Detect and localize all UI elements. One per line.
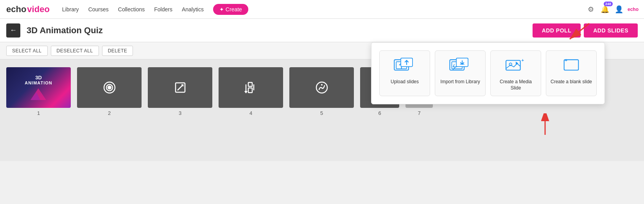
create-blank-option[interactable]: + Create a blank slide xyxy=(546,50,597,96)
slide-thumbnail-5[interactable] xyxy=(289,67,354,108)
deselect-all-button[interactable]: DESELECT ALL xyxy=(51,46,99,56)
slide-number-2: 2 xyxy=(108,110,111,116)
create-button[interactable]: ✦ Create xyxy=(213,4,248,15)
svg-point-12 xyxy=(321,84,323,86)
red-arrow-bottom xyxy=(539,113,551,137)
slide-item: 3D ANIMATION 1 xyxy=(6,67,71,116)
upload-slides-label: Upload slides xyxy=(391,79,419,85)
slide-thumbnail-2[interactable] xyxy=(77,67,142,108)
slide-number-1: 1 xyxy=(37,110,40,116)
slide-number-4: 4 xyxy=(249,110,252,116)
logo: echovideo xyxy=(6,4,50,14)
create-media-icon: + xyxy=(502,55,530,75)
slide-number-5: 5 xyxy=(320,110,323,116)
create-media-label: Create a Media Slide xyxy=(494,79,538,91)
nav-folders[interactable]: Folders xyxy=(154,6,172,13)
slide-item: 2 xyxy=(77,67,142,116)
svg-rect-8 xyxy=(248,88,252,93)
delete-button[interactable]: DELETE xyxy=(102,46,133,56)
svg-point-3 xyxy=(108,86,111,89)
slide-number-3: 3 xyxy=(179,110,181,116)
echo-icon[interactable]: echo xyxy=(628,5,638,14)
logo-echo: echo xyxy=(6,4,26,14)
create-blank-label: Create a blank slide xyxy=(551,79,592,85)
slide-thumbnail-3[interactable] xyxy=(148,67,212,108)
import-library-label: Import from Library xyxy=(440,79,480,85)
slide-number-6: 6 xyxy=(378,110,381,116)
back-button[interactable]: ← xyxy=(6,23,20,38)
upload-slides-option[interactable]: Upload slides xyxy=(379,50,430,96)
slide-number-7: 7 xyxy=(418,110,420,116)
slide-thumbnail-1[interactable]: 3D ANIMATION xyxy=(6,67,71,108)
svg-rect-24 xyxy=(506,61,520,70)
svg-text:+: + xyxy=(565,57,567,63)
select-all-button[interactable]: SELECT ALL xyxy=(6,46,48,56)
settings-icon[interactable]: ⚙ xyxy=(586,5,596,14)
page-title: 3D Animation Quiz xyxy=(27,25,103,36)
create-media-option[interactable]: + Create a Media Slide xyxy=(490,50,541,96)
nav-analytics[interactable]: Analytics xyxy=(182,6,204,13)
slide-item: 5 xyxy=(289,67,354,116)
svg-line-6 xyxy=(178,85,183,90)
slide-item: 3 xyxy=(148,67,212,116)
slide-item: 4 xyxy=(219,67,283,116)
logo-video: video xyxy=(27,4,49,14)
nav-courses[interactable]: Courses xyxy=(88,6,109,13)
svg-rect-7 xyxy=(248,82,252,86)
nav-collections[interactable]: Collections xyxy=(118,6,145,13)
notification-badge: 248 xyxy=(604,2,613,6)
import-library-option[interactable]: Import from Library xyxy=(435,50,486,96)
upload-slides-icon xyxy=(391,55,419,75)
notification-icon[interactable]: 🔔 248 xyxy=(600,5,610,14)
create-blank-icon: + xyxy=(557,55,585,75)
slide-thumbnail-4[interactable] xyxy=(219,67,283,108)
header-bar: ← 3D Animation Quiz ADD POLL ADD SLIDES xyxy=(0,19,644,42)
nav-library[interactable]: Library xyxy=(62,6,79,13)
add-slides-dropdown: Upload slides Import from Library xyxy=(371,42,605,104)
red-arrow-top xyxy=(562,20,593,43)
profile-icon[interactable]: 👤 xyxy=(614,5,624,14)
import-library-icon xyxy=(446,55,474,75)
nav-right: ⚙ 🔔 248 👤 echo xyxy=(586,5,638,14)
svg-text:+: + xyxy=(521,57,524,63)
top-nav: echovideo Library Courses Collections Fo… xyxy=(0,0,644,19)
